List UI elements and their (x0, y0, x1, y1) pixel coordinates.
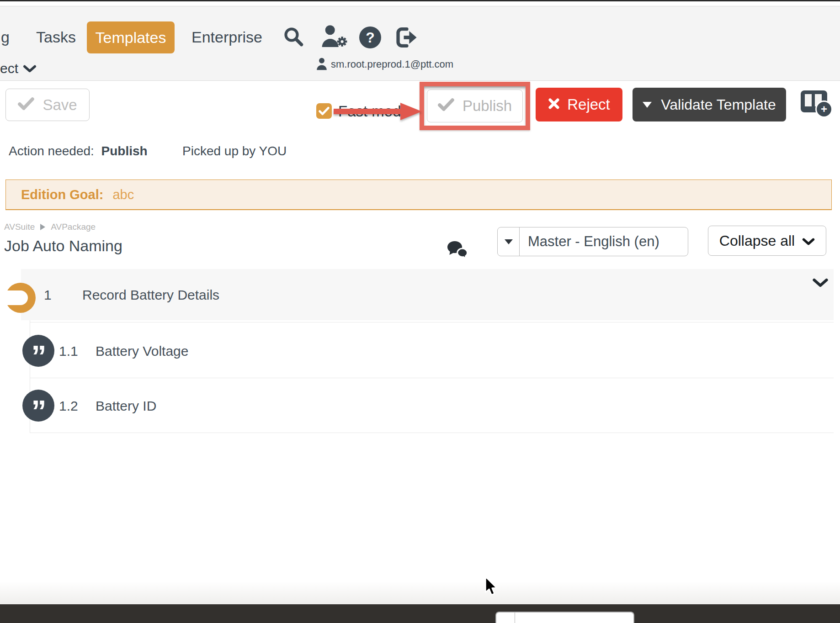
question-icon: ” (22, 335, 54, 367)
user-icon (316, 58, 327, 72)
top-strip (0, 1, 840, 6)
publish-label: Publish (463, 97, 512, 115)
search-icon[interactable] (282, 26, 304, 49)
triangle-down-icon (505, 239, 513, 244)
action-needed-value: Publish (101, 144, 148, 158)
validate-template-label: Validate Template (661, 96, 776, 113)
page-title: Job Auto Naming (4, 237, 122, 255)
reject-button[interactable]: Reject (536, 88, 622, 121)
breadcrumb: AVSuite AVPackage (4, 222, 96, 232)
breadcrumb-child[interactable]: AVPackage (51, 222, 96, 232)
comments-icon[interactable] (446, 238, 469, 263)
bottom-popup-partial[interactable] (495, 612, 634, 623)
user-settings-icon[interactable] (319, 24, 349, 51)
edition-goal-label: Edition Goal: (21, 187, 103, 202)
step-label: Battery ID (96, 398, 156, 414)
reject-label: Reject (567, 96, 610, 113)
chevron-down-icon (23, 61, 37, 76)
action-needed-text: Action needed: Publish (9, 144, 148, 158)
check-icon (18, 96, 34, 114)
triangle-down-icon (643, 102, 652, 108)
language-selector[interactable]: Master - English (en) (497, 227, 688, 256)
step-label: Battery Voltage (96, 343, 188, 359)
save-button[interactable]: Save (5, 89, 90, 121)
check-icon (319, 106, 330, 116)
add-column-icon[interactable]: + (801, 90, 827, 112)
x-icon (548, 96, 560, 113)
save-label: Save (43, 96, 77, 114)
question-icon: ” (22, 390, 54, 422)
language-selector-value: Master - English (en) (520, 227, 659, 256)
language-selector-caret[interactable] (498, 227, 520, 256)
mouse-cursor (484, 576, 498, 599)
breadcrumb-parent[interactable]: AVSuite (4, 222, 35, 232)
validate-template-button[interactable]: Validate Template (633, 88, 786, 121)
publish-button[interactable]: Publish (427, 90, 523, 122)
step-number: 1 (44, 287, 52, 303)
chevron-down-icon (802, 232, 815, 249)
action-needed-label: Action needed: (9, 144, 94, 158)
annotation-highlight-box: Publish (420, 82, 530, 130)
step-number: 1.2 (59, 398, 78, 414)
logout-icon[interactable] (394, 26, 420, 51)
annotation-arrow-icon (332, 101, 423, 124)
divider (515, 612, 515, 623)
row-divider (30, 433, 834, 433)
check-icon (438, 97, 454, 115)
step-label: Record Battery Details (82, 287, 219, 303)
edition-goal-banner: Edition Goal: abc (5, 180, 832, 210)
nav-item-enterprise[interactable]: Enterprise (191, 28, 262, 46)
collapse-all-button[interactable]: Collapse all (708, 226, 826, 256)
fast-mode-checkbox[interactable] (316, 103, 332, 119)
nav-item-templates[interactable]: Templates (87, 21, 175, 53)
plus-icon: + (815, 100, 833, 118)
breadcrumb-arrow-icon (40, 224, 45, 230)
project-dropdown-label: ect (0, 61, 18, 76)
user-email: sm.root.preprod.1@ptt.com (331, 58, 453, 70)
section-collapse-chevron-icon[interactable] (812, 278, 829, 290)
help-icon[interactable]: ? (359, 26, 381, 48)
section-icon (5, 283, 36, 315)
edition-goal-value: abc (112, 187, 134, 202)
nav-item-partial-left[interactable]: g (1, 28, 10, 46)
project-dropdown[interactable]: ect (0, 61, 37, 76)
collapse-all-label: Collapse all (719, 232, 795, 249)
bottom-bar (0, 604, 840, 623)
nav-item-tasks[interactable]: Tasks (36, 28, 76, 46)
picked-up-text: Picked up by YOU (182, 144, 287, 158)
step-number: 1.1 (59, 343, 78, 359)
page-fade (0, 581, 840, 604)
